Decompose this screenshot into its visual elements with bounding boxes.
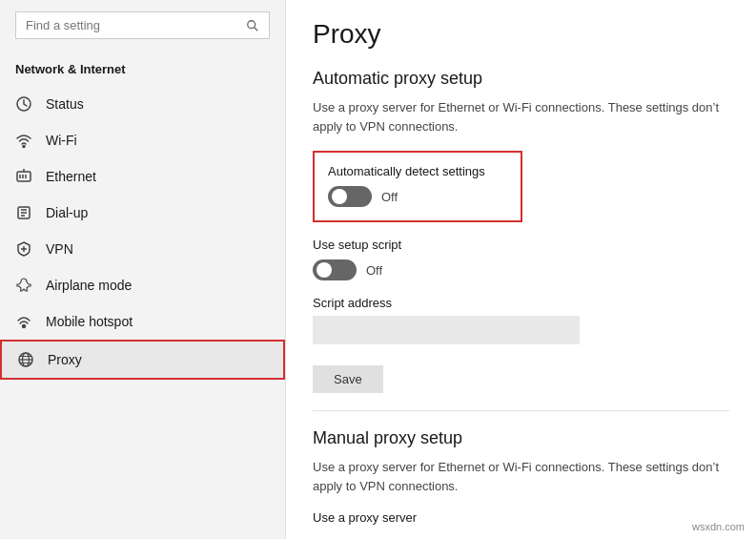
page-title: Proxy xyxy=(313,19,729,50)
status-icon xyxy=(15,95,32,113)
sidebar-item-status[interactable]: Status xyxy=(0,86,285,122)
sidebar-item-proxy[interactable]: Proxy xyxy=(0,340,285,380)
sidebar-item-airplane[interactable]: Airplane mode xyxy=(0,267,285,303)
divider xyxy=(313,410,729,411)
sidebar-section-title: Network & Internet xyxy=(0,56,285,86)
sidebar-item-hotspot[interactable]: Mobile hotspot xyxy=(0,303,285,340)
auto-detect-label: Automatically detect settings xyxy=(328,164,507,178)
sidebar-header xyxy=(0,0,285,56)
svg-point-3 xyxy=(23,146,25,148)
toggle-track xyxy=(328,186,372,207)
setup-script-label: Use setup script xyxy=(313,238,729,252)
proxy-icon xyxy=(17,351,34,368)
dialup-icon xyxy=(15,204,32,221)
wifi-icon xyxy=(15,132,32,149)
sidebar-item-hotspot-label: Mobile hotspot xyxy=(46,314,133,329)
sidebar-item-wifi[interactable]: Wi-Fi xyxy=(0,122,285,158)
setup-script-state: Off xyxy=(366,263,382,278)
auto-section-description: Use a proxy server for Ethernet or Wi-Fi… xyxy=(313,98,729,135)
sidebar-item-dialup[interactable]: Dial-up xyxy=(0,195,285,231)
setup-script-block: Use setup script Off xyxy=(313,238,729,280)
script-address-section: Script address xyxy=(313,296,729,344)
sidebar: Network & Internet Status Wi-Fi xyxy=(0,0,286,539)
nav-list: Status Wi-Fi xyxy=(0,86,285,539)
sidebar-item-wifi-label: Wi-Fi xyxy=(46,133,77,148)
sidebar-item-proxy-label: Proxy xyxy=(48,352,82,367)
auto-detect-toggle-row: Off xyxy=(328,186,507,207)
script-address-input[interactable] xyxy=(313,316,580,344)
auto-detect-group: Automatically detect settings Off xyxy=(313,151,522,222)
auto-detect-state: Off xyxy=(381,190,398,204)
hotspot-icon xyxy=(15,313,32,330)
save-button[interactable]: Save xyxy=(313,365,383,393)
main-content: Proxy Automatic proxy setup Use a proxy … xyxy=(286,0,756,539)
setup-script-toggle[interactable] xyxy=(313,259,357,280)
search-input[interactable] xyxy=(26,18,246,32)
svg-rect-4 xyxy=(17,172,31,181)
manual-section-heading: Manual proxy setup xyxy=(313,428,729,448)
sidebar-item-dialup-label: Dial-up xyxy=(46,205,88,220)
sidebar-item-vpn[interactable]: VPN xyxy=(0,231,285,267)
svg-point-0 xyxy=(248,20,255,28)
search-box[interactable] xyxy=(15,11,270,39)
vpn-icon xyxy=(15,240,32,258)
watermark: wsxdn.com xyxy=(688,520,748,533)
sidebar-item-status-label: Status xyxy=(46,96,84,112)
sidebar-item-vpn-label: VPN xyxy=(46,241,73,257)
toggle-thumb xyxy=(332,189,347,204)
use-proxy-label: Use a proxy server xyxy=(313,510,729,525)
ethernet-icon xyxy=(15,168,32,185)
manual-section-description: Use a proxy server for Ethernet or Wi-Fi… xyxy=(313,458,729,495)
auto-section-heading: Automatic proxy setup xyxy=(313,69,729,89)
search-icon xyxy=(246,19,259,32)
airplane-icon xyxy=(15,277,32,294)
script-address-label: Script address xyxy=(313,296,729,310)
svg-line-1 xyxy=(255,27,258,31)
sidebar-item-airplane-label: Airplane mode xyxy=(46,278,132,293)
sidebar-item-ethernet[interactable]: Ethernet xyxy=(0,158,285,195)
svg-point-15 xyxy=(23,325,26,328)
toggle-thumb-2 xyxy=(317,262,332,278)
sidebar-item-ethernet-label: Ethernet xyxy=(46,169,96,184)
setup-script-toggle-row: Off xyxy=(313,259,729,280)
auto-detect-toggle[interactable] xyxy=(328,186,372,207)
manual-proxy-section: Manual proxy setup Use a proxy server fo… xyxy=(313,428,729,525)
toggle-track-2 xyxy=(313,259,357,280)
